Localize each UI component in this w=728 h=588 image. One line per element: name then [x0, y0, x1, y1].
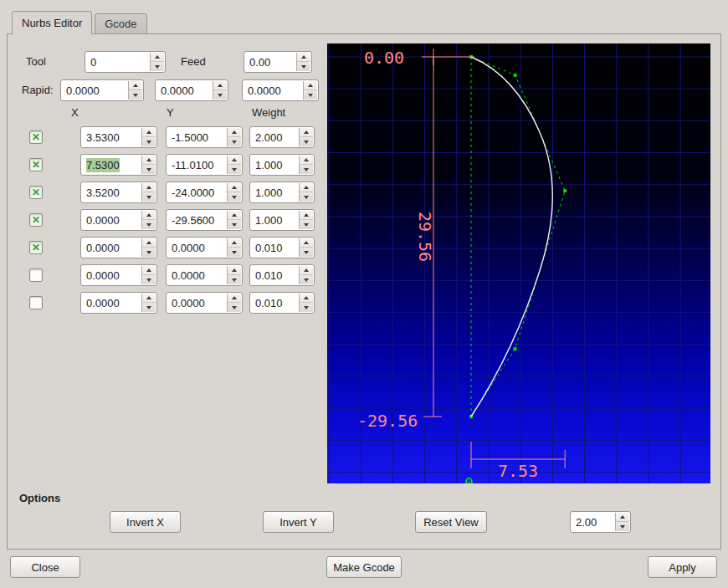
spin-up-button[interactable] [616, 513, 629, 522]
spin-up-button[interactable] [228, 183, 241, 192]
point-y-input[interactable]: -29.5600 [166, 209, 243, 231]
spin-down-button[interactable] [151, 62, 164, 71]
spin-down-button[interactable] [228, 220, 241, 229]
tool-input[interactable]: 0 [85, 51, 166, 73]
point-enabled-checkbox[interactable]: ✕ [29, 296, 43, 309]
point-weight-input[interactable]: 1.000 [249, 154, 315, 176]
rapid-z-input[interactable]: 0.0000 [242, 79, 319, 101]
spin-down-button[interactable] [300, 137, 313, 146]
spin-up-button[interactable] [142, 238, 156, 248]
spin-up-button[interactable] [151, 53, 164, 62]
spin-up-button[interactable] [142, 294, 156, 303]
spin-down-button[interactable] [616, 522, 629, 531]
spin-up-button[interactable] [142, 156, 156, 165]
spin-up-button[interactable] [142, 128, 156, 137]
spin-up-button[interactable] [300, 156, 313, 165]
spin-up-button[interactable] [297, 53, 310, 62]
make-gcode-button[interactable]: Make Gcode [326, 556, 402, 578]
spin-down-button[interactable] [228, 192, 241, 202]
point-weight-input[interactable]: 1.000 [249, 209, 315, 231]
spin-down-button[interactable] [304, 90, 317, 100]
spin-down-button[interactable] [142, 248, 156, 257]
point-enabled-checkbox[interactable]: ✕ [29, 213, 43, 227]
spin-down-button[interactable] [300, 192, 313, 202]
spin-up-button[interactable] [228, 211, 241, 220]
point-y-input[interactable]: -11.0100 [166, 154, 243, 176]
spin-up-button[interactable] [300, 266, 313, 275]
spin-down-button[interactable] [228, 248, 241, 257]
point-x-input[interactable]: 0.0000 [80, 209, 157, 231]
spin-up-button[interactable] [142, 183, 156, 192]
point-weight-input[interactable]: 1.000 [249, 182, 315, 203]
spin-down-button[interactable] [129, 90, 142, 100]
spin-up-button[interactable] [300, 128, 313, 137]
point-y-input[interactable]: 0.0000 [166, 237, 243, 258]
close-button[interactable]: Close [10, 556, 80, 578]
point-y-input[interactable]: 0.0000 [166, 292, 243, 314]
spin-up-button[interactable] [129, 81, 142, 90]
spin-up-button[interactable] [228, 238, 241, 248]
rapid-y-input[interactable]: 0.0000 [155, 79, 228, 101]
invert-y-button[interactable]: Invert Y [263, 511, 334, 533]
spin-up-button[interactable] [142, 266, 156, 275]
spin-up-button[interactable] [228, 266, 241, 275]
point-y-input[interactable]: 0.0000 [166, 264, 243, 286]
spin-up-button[interactable] [213, 81, 227, 90]
point-x-input[interactable]: 7.5300 [80, 154, 157, 176]
spin-up-button[interactable] [228, 128, 241, 137]
point-enabled-checkbox[interactable]: ✕ [29, 241, 43, 254]
rapid-x-input[interactable]: 0.0000 [60, 79, 144, 101]
spin-down-button[interactable] [228, 275, 241, 284]
spin-up-button[interactable] [300, 211, 313, 220]
spin-up-button[interactable] [228, 156, 241, 165]
spin-up-button[interactable] [300, 183, 313, 192]
scale-input[interactable]: 2.00 [570, 511, 631, 533]
point-weight-input[interactable]: 0.010 [249, 237, 315, 258]
point-y-input[interactable]: -1.5000 [166, 126, 243, 148]
point-y-input[interactable]: -24.0000 [166, 182, 243, 203]
point-weight-input[interactable]: 0.010 [249, 292, 315, 314]
spin-down-button[interactable] [300, 248, 313, 257]
nurbs-preview-canvas[interactable]: 0.0029.56-29.567.530 [327, 43, 710, 483]
point-enabled-checkbox[interactable]: ✕ [29, 130, 43, 144]
spin-down-button[interactable] [142, 165, 156, 174]
spin-down-button[interactable] [228, 137, 241, 146]
spin-down-button[interactable] [300, 275, 313, 284]
spin-up-button[interactable] [228, 294, 241, 303]
apply-button[interactable]: Apply [648, 556, 717, 578]
point-weight-input[interactable]: 2.000 [249, 126, 315, 148]
point-x-input[interactable]: 0.0000 [80, 292, 157, 314]
point-x-input[interactable]: 3.5300 [80, 126, 157, 148]
point-enabled-checkbox[interactable]: ✕ [29, 186, 43, 199]
tab-gcode[interactable]: Gcode [95, 13, 146, 33]
spin-down-button[interactable] [142, 220, 156, 229]
spinner-buttons [299, 238, 313, 257]
spin-up-button[interactable] [142, 211, 156, 220]
spin-down-button[interactable] [300, 165, 313, 174]
point-x-input[interactable]: 0.0000 [80, 237, 157, 258]
point-enabled-checkbox[interactable]: ✕ [29, 158, 43, 171]
feed-input[interactable]: 0.00 [244, 51, 312, 73]
check-icon: ✕ [30, 242, 42, 253]
point-enabled-checkbox[interactable]: ✕ [29, 268, 43, 282]
spin-up-button[interactable] [304, 81, 317, 90]
spin-up-button[interactable] [300, 238, 313, 248]
spin-down-button[interactable] [142, 137, 156, 146]
spin-down-button[interactable] [213, 90, 227, 100]
point-y-value: -24.0000 [172, 186, 214, 200]
spin-down-button[interactable] [142, 275, 156, 284]
spin-up-button[interactable] [300, 294, 313, 303]
spin-down-button[interactable] [297, 62, 310, 71]
tab-nurbs-editor[interactable]: Nurbs Editor [12, 11, 92, 34]
spin-down-button[interactable] [300, 303, 313, 312]
spin-down-button[interactable] [142, 192, 156, 202]
reset-view-button[interactable]: Reset View [415, 511, 487, 533]
point-x-input[interactable]: 3.5200 [80, 182, 157, 203]
invert-x-button[interactable]: Invert X [110, 511, 181, 533]
spin-down-button[interactable] [228, 303, 241, 312]
spin-down-button[interactable] [228, 165, 241, 174]
point-x-input[interactable]: 0.0000 [80, 264, 157, 286]
spin-down-button[interactable] [142, 303, 156, 312]
spin-down-button[interactable] [300, 220, 313, 229]
point-weight-input[interactable]: 0.010 [249, 264, 315, 286]
